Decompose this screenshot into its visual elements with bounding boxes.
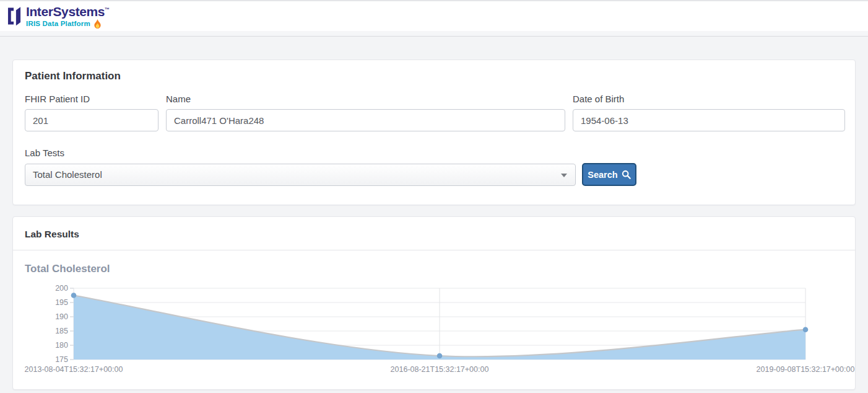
- date-of-birth-field-group: Date of Birth: [573, 94, 845, 131]
- fhir-patient-id-field-group: FHIR Patient ID: [25, 94, 158, 131]
- lab-tests-selected-value: Total Cholesterol: [33, 169, 102, 180]
- y-tick-label: 180: [55, 341, 68, 350]
- page-content: Patient Information FHIR Patient ID Name…: [0, 37, 868, 390]
- fhir-patient-id-label: FHIR Patient ID: [25, 94, 158, 104]
- chart-title: Total Cholesterol: [25, 263, 845, 275]
- intersystems-bracket-icon: [7, 6, 22, 26]
- data-point[interactable]: [437, 353, 443, 359]
- y-tick-label: 195: [55, 298, 68, 307]
- patient-information-title: Patient Information: [25, 70, 845, 82]
- navbar-shadow-strip: [0, 31, 868, 37]
- fhir-patient-id-input[interactable]: [25, 109, 158, 131]
- intersystems-logo[interactable]: InterSystems™ IRIS Data Platform: [7, 5, 110, 27]
- y-tick-label: 190: [55, 312, 68, 321]
- logo-text: InterSystems™ IRIS Data Platform: [26, 5, 110, 27]
- search-button-label: Search: [588, 170, 617, 180]
- x-tick-label: 2019-09-08T15:32:17+00:00: [757, 365, 855, 374]
- y-tick-label: 200: [55, 284, 68, 293]
- y-tick-label: 185: [55, 327, 68, 335]
- top-navbar: InterSystems™ IRIS Data Platform: [0, 0, 868, 31]
- name-field-group: Name: [166, 94, 565, 131]
- magnifier-icon: [622, 170, 631, 179]
- data-point[interactable]: [71, 293, 77, 298]
- date-of-birth-label: Date of Birth: [573, 94, 845, 104]
- x-tick-label: 2013-08-04T15:32:17+00:00: [25, 365, 123, 374]
- flame-icon: [93, 19, 102, 29]
- cholesterol-chart: 2001951901851801752013-08-04T15:32:17+00…: [25, 281, 845, 379]
- trademark-symbol: ™: [105, 7, 110, 12]
- name-label: Name: [166, 94, 565, 104]
- lab-results-card: Lab Results Total Cholesterol 2001951901…: [12, 216, 856, 390]
- logo-brand-text: InterSystems™: [26, 5, 110, 18]
- lab-tests-label: Lab Tests: [25, 148, 845, 158]
- lab-tests-field-group: Lab Tests Total Cholesterol Search: [25, 148, 845, 186]
- lab-tests-select[interactable]: Total Cholesterol: [25, 164, 576, 186]
- search-button[interactable]: Search: [582, 163, 636, 186]
- lab-results-title: Lab Results: [13, 217, 855, 250]
- x-tick-label: 2016-08-21T15:32:17+00:00: [391, 365, 489, 374]
- logo-subbrand-text: IRIS Data Platform: [26, 20, 90, 28]
- y-tick-label: 175: [55, 355, 68, 364]
- data-point[interactable]: [803, 327, 809, 332]
- date-of-birth-input[interactable]: [573, 109, 845, 131]
- name-input[interactable]: [166, 109, 565, 131]
- chevron-down-icon: [561, 174, 567, 177]
- patient-information-card: Patient Information FHIR Patient ID Name…: [12, 60, 856, 205]
